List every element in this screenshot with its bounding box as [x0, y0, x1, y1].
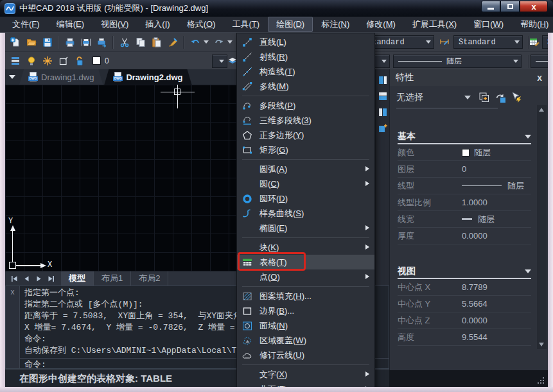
undo-button[interactable] [187, 35, 203, 50]
menubar-item-2[interactable]: 编辑(E) [48, 17, 92, 32]
save-button[interactable] [39, 35, 55, 50]
minimize-button[interactable] [481, 1, 500, 12]
property-row[interactable]: 图层0 [398, 161, 531, 178]
property-value[interactable]: 随层 [462, 147, 491, 158]
last-page-button[interactable] [45, 273, 57, 284]
lineweight-dropdown[interactable] [373, 55, 390, 68]
viewport-row-icon[interactable] [378, 91, 388, 101]
copy-button[interactable] [132, 35, 148, 50]
quick-select-icon[interactable] [511, 92, 522, 103]
property-value[interactable]: 5.5664 [462, 299, 487, 309]
paste-button[interactable] [148, 35, 164, 50]
draw-menu-item-19[interactable]: 面域(N) [237, 318, 374, 333]
doc-tab-list-button[interactable] [5, 69, 19, 85]
toggle-value-icon[interactable] [495, 92, 506, 103]
property-value[interactable]: 8.7789 [462, 282, 487, 292]
menubar-item-3[interactable]: 视图(V) [92, 17, 137, 32]
draw-menu-item-21[interactable]: 修订云线(U) [237, 348, 374, 362]
menubar-item-8[interactable]: 标注(N) [313, 17, 358, 32]
draw-menu-item-6[interactable]: 三维多段线(3) [237, 113, 374, 128]
document-tab-2[interactable]: DWGDrawing2.dwg [104, 69, 191, 85]
property-value[interactable]: 1.0000 [462, 198, 487, 207]
property-value[interactable]: 0 [462, 164, 466, 174]
menubar-item-11[interactable]: 窗口(W) [465, 17, 512, 32]
plot-button[interactable] [94, 35, 110, 50]
draw-menu-item-22[interactable]: 文字(X) [237, 367, 374, 382]
redo-button[interactable] [211, 35, 227, 50]
collapse-arrow-icon[interactable] [525, 135, 531, 139]
draw-menu-item-1[interactable]: 直线(L) [237, 35, 374, 49]
draw-menu-item-13[interactable]: 椭圆(E) [237, 221, 374, 235]
menubar-item-10[interactable]: 扩展工具(X) [404, 17, 465, 32]
next-page-button[interactable] [33, 273, 45, 284]
properties-header[interactable]: 特性 x [390, 69, 548, 86]
print-button[interactable] [62, 35, 78, 50]
properties-scrollbar[interactable] [537, 105, 547, 349]
property-row[interactable]: 中心点 X8.7789 [398, 279, 531, 296]
table-style-dropdown[interactable]: Standard [542, 35, 548, 49]
draw-menu-item-16[interactable]: 点(O) [237, 269, 374, 284]
viewport-add-icon[interactable] [378, 123, 388, 133]
close-button[interactable]: x [520, 1, 548, 12]
cut-button[interactable] [116, 35, 132, 50]
draw-menu-item-3[interactable]: 构造线(T) [237, 64, 374, 79]
viewport-column-icon[interactable] [378, 107, 388, 117]
menubar-item-9[interactable]: 修改(M) [358, 17, 404, 32]
property-value[interactable]: 随层 [462, 214, 495, 225]
layer-color-swatch[interactable] [92, 56, 101, 65]
layer-new-button[interactable] [55, 53, 71, 69]
duplicate-record-icon[interactable] [478, 92, 490, 103]
prev-page-button[interactable] [21, 273, 33, 284]
section-header-2[interactable]: 视图 [398, 265, 531, 279]
draw-menu-item-4[interactable]: 多线(M) [237, 79, 374, 94]
property-row[interactable]: 厚度0.0000 [398, 228, 531, 244]
property-row[interactable]: 颜色随层 [398, 144, 531, 161]
draw-menu-item-8[interactable]: 矩形(G) [237, 142, 374, 157]
menubar-item-4[interactable]: 插入(I) [137, 17, 178, 32]
linetype-dropdown[interactable]: 随层 [393, 55, 522, 68]
layer-freeze-button[interactable] [39, 53, 55, 69]
chevron-down-icon[interactable] [204, 40, 209, 44]
menubar-item-5[interactable]: 格式(O) [179, 17, 224, 32]
property-row[interactable]: 线型比例1.0000 [398, 194, 531, 211]
first-page-button[interactable] [8, 273, 21, 284]
draw-menu-item-17[interactable]: 图案填充(H)... [237, 289, 374, 303]
viewport-split-icon[interactable] [378, 75, 388, 85]
layer-unlock-button[interactable] [71, 53, 87, 69]
draw-menu-item-10[interactable]: 圆(C) [237, 176, 374, 191]
menubar-item-1[interactable]: 文件(F) [4, 17, 48, 32]
format-painter-button[interactable] [164, 35, 180, 50]
property-value[interactable]: 9.5544 [462, 332, 487, 342]
draw-menu-item-7[interactable]: 正多边形(Y) [237, 128, 374, 142]
draw-menu-item-9[interactable]: 圆弧(A) [237, 162, 374, 176]
scroll-up-icon[interactable] [539, 108, 544, 112]
property-row[interactable]: 中心点 Z0.0000 [398, 312, 531, 329]
restore-button[interactable] [500, 1, 520, 12]
section-header-1[interactable]: 基本 [398, 130, 531, 144]
selection-selector[interactable]: 无选择 [390, 86, 548, 103]
document-tab-1[interactable]: DWGDrawing1.dwg [19, 69, 103, 85]
property-row[interactable]: 线型随层 [398, 178, 531, 194]
close-icon[interactable]: x [537, 72, 542, 83]
draw-menu-item-20[interactable]: 区域覆盖(W) [237, 333, 374, 348]
menubar-item-7[interactable]: 绘图(D) [268, 17, 313, 32]
layer-on-bulb-button[interactable] [23, 53, 39, 69]
menubar-item-6[interactable]: 工具(T) [224, 17, 268, 32]
collapse-arrow-icon[interactable] [525, 269, 531, 273]
property-row[interactable]: 中心点 Y5.5664 [398, 296, 531, 312]
resize-grip-icon[interactable] [538, 377, 544, 384]
open-folder-button[interactable] [23, 35, 39, 50]
linetype-dropdown-2[interactable] [531, 55, 548, 68]
layout-tab-布局2[interactable]: 布局2 [131, 271, 168, 285]
property-value[interactable]: 0.0000 [462, 316, 487, 325]
draw-menu-item-11[interactable]: 圆环(D) [237, 191, 374, 206]
print-preview-button[interactable] [78, 35, 94, 50]
layout-tab-模型[interactable]: 模型 [61, 271, 94, 285]
layer-list-dropdown[interactable] [212, 55, 227, 68]
menubar-item-12[interactable]: 帮助(H) [512, 17, 553, 32]
property-row[interactable]: 线宽随层 [398, 211, 531, 228]
property-row[interactable]: 高度9.5544 [398, 329, 531, 346]
draw-menu-item-2[interactable]: 射线(R) [237, 49, 374, 64]
draw-menu-item-5[interactable]: 多段线(P) [237, 98, 374, 113]
chevron-down-icon[interactable] [227, 40, 233, 44]
